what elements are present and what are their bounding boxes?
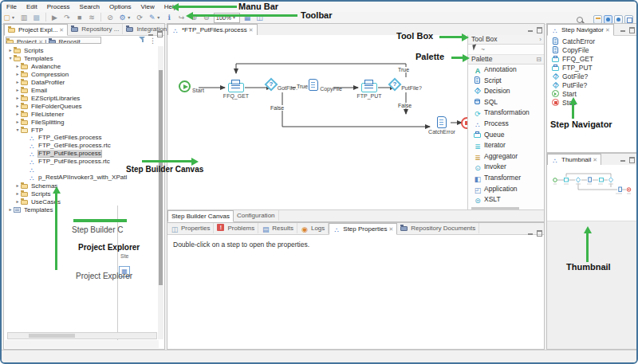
chevron-right-icon[interactable]: ▸ [14,190,21,198]
tab-properties[interactable]: ◫Properties [167,223,214,233]
tab-logs[interactable]: ◉Logs [297,223,329,233]
tree-item-filelistener[interactable]: ▸FileListener [5,110,159,118]
save-icon[interactable]: ▥ [19,12,30,23]
zoom-level-combo[interactable]: 100% ▾ [214,13,240,23]
debug-icon[interactable]: ≋ [87,12,97,23]
minimize-icon[interactable] [527,229,534,236]
chevron-right-icon[interactable]: ▸ [14,70,21,78]
chevron-right-icon[interactable]: ▸ [14,62,21,70]
run-icon[interactable]: ▶ [49,12,60,23]
tree-item-templates[interactable]: ▸Templates [5,205,159,213]
view-menu-icon[interactable]: ⋮ [149,37,156,45]
stop-run-icon[interactable]: ■ [74,12,85,23]
navigator-item-start[interactable]: Start [552,90,595,99]
flow-node-putfile[interactable]: ? PutFile? [388,78,424,91]
tree-item-filesplitting[interactable]: ▸FileSplitting [5,118,159,126]
menu-item-process[interactable]: Process [42,2,75,12]
thumbnail-minimap[interactable] [547,165,636,221]
maximize-icon[interactable] [156,30,163,37]
flow-node-ffq-get[interactable]: FFQ_GET [218,79,254,99]
tree-horizontal-scrollbar[interactable] [7,332,157,339]
chevron-right-icon[interactable]: ▸ [7,205,14,213]
chevron-down-icon[interactable]: ▾ [7,54,14,62]
redo-arrow-icon[interactable]: ↪ [176,12,187,23]
tree-item-p-restapiinvoker3-with-xpatl[interactable]: ∴p_RestAPIInvoker3_with_XPatl [5,174,159,182]
tree-vertical-scrollbar[interactable] [158,46,163,339]
menu-item-edit[interactable]: Edit [22,2,42,12]
close-icon[interactable]: ✕ [388,226,393,232]
menu-item-help[interactable]: Help [160,2,182,12]
close-icon[interactable]: ✕ [59,27,64,33]
minimize-icon[interactable] [620,26,626,33]
chevron-down-icon[interactable]: ▾ [14,126,21,134]
menu-item-search[interactable]: Search [75,2,104,12]
maximize-icon[interactable] [628,26,635,33]
chevron-right-icon[interactable]: ▸ [14,118,21,126]
toolbox-select-tool[interactable]: ~ [468,45,544,55]
tab-repository-documents[interactable]: Repository Documents [397,223,479,233]
pin-icon[interactable]: ⊟ [536,55,542,64]
chevron-right-icon[interactable]: ▸ [14,78,21,86]
new-file-icon[interactable]: ▢ [2,12,12,23]
palette-item-process[interactable]: ∴Process [468,119,544,130]
tree-item-ftp-getfiles-process[interactable]: ∴FTP_GetFiles.process [5,134,159,142]
tree-item-avalanche[interactable]: ▸Avalanche [5,62,159,70]
palette-item-application[interactable]: ◰Application [468,184,544,195]
tab-problems[interactable]: Problems [214,223,258,233]
tab-step-navigator[interactable]: ∴Step Navigator✕ [547,24,614,36]
tree-item-templates[interactable]: ▾Templates [5,54,159,62]
wand-dropdown-icon[interactable]: ▾ [157,12,162,23]
maximize-icon[interactable] [628,156,635,162]
navigator-item-copyfile[interactable]: CopyFile [552,46,595,55]
navigator-item-putfile[interactable]: PutFile? [552,81,595,90]
chevron-right-icon[interactable]: ▸ [14,198,21,205]
close-icon[interactable]: ✕ [249,27,254,33]
info-icon[interactable]: ℹ [164,12,175,23]
tree-item-email[interactable]: ▸Email [5,86,159,94]
navigator-item-catcherror[interactable]: CatchError [552,37,595,46]
palette-item-script[interactable]: Script [468,76,544,87]
tree-item-scripts[interactable]: ▸Scripts [5,190,159,198]
settings-gear-icon[interactable]: ⚙ [117,12,128,23]
tab-project-expl---[interactable]: Project Expl...✕ [4,24,68,36]
tree-item-dataprofiler[interactable]: ▸DataProfiler [5,78,159,86]
maximize-icon[interactable] [536,229,542,236]
tab-step-builder-canvas[interactable]: Step Builder Canvas [167,210,234,222]
tree-item-compression[interactable]: ▸Compression [5,70,159,78]
tree-item-usecases[interactable]: ▸UseCases [5,198,159,205]
tab-thumbnail[interactable]: ∴Thumbnail✕ [547,154,601,166]
navigator-item-gotfile[interactable]: GotFile? [552,72,595,81]
tree-item-schemas[interactable]: ▸Schemas [5,182,159,190]
tree-item-redacted[interactable]: ∴ [5,166,159,174]
tree-item-scripts[interactable]: ▸Scripts [5,46,159,54]
maximize-icon[interactable] [536,26,542,33]
palette-header[interactable]: Palette ⊟ [468,55,544,65]
flow-node-copyfile[interactable]: CopyFile [307,79,344,92]
palette-item-transformer[interactable]: ◧Transformer [468,173,544,184]
chevron-right-icon[interactable]: ▸ [14,94,21,102]
close-icon[interactable]: ✕ [605,27,610,33]
palette-item-xslt[interactable]: ⊜XSLT [468,194,544,205]
palette-item-iterator[interactable]: ≣Iterator [468,140,544,151]
step-over-icon[interactable]: ↷ [62,12,73,23]
chevron-right-icon[interactable]: ▸ [14,102,21,110]
grid-icon[interactable]: ▦ [242,12,253,23]
close-icon[interactable]: ✕ [593,157,597,162]
tab-step-properties[interactable]: ∴Step Properties✕ [329,223,397,235]
tree-item-ezscriptlibraries[interactable]: ▸EZScriptLibraries [5,94,159,102]
tree-item-filefolderqueues[interactable]: ▸FileFolderQueues [5,102,159,110]
scrollbar-thumb[interactable] [159,70,163,285]
flow-node-start[interactable]: Start [173,80,210,93]
tree-item-ftp[interactable]: ▾FTP [5,126,159,134]
zoom-in-icon[interactable]: ⊕ [189,12,199,23]
editor-tab-ftp-putfiles[interactable]: ∴*FTP_PutFiles.process✕ [167,24,258,36]
zoom-out-icon[interactable]: ⊖ [201,12,211,23]
palette-item-transformation[interactable]: ⟳Transformation [468,108,544,119]
scrollbar-thumb[interactable] [29,334,75,338]
refresh-icon[interactable]: ⟳ [135,12,145,23]
chevron-right-icon[interactable]: ▸ [14,110,21,118]
navigator-item-ftpput[interactable]: FTP_PUT [552,64,595,72]
palette-item-annotation[interactable]: AAnnotation [468,65,544,76]
menu-item-file[interactable]: File [2,2,22,12]
tree-item-ftp-putfiles-process-rtc[interactable]: ∴FTP_PutFiles.process.rtc [5,158,159,166]
